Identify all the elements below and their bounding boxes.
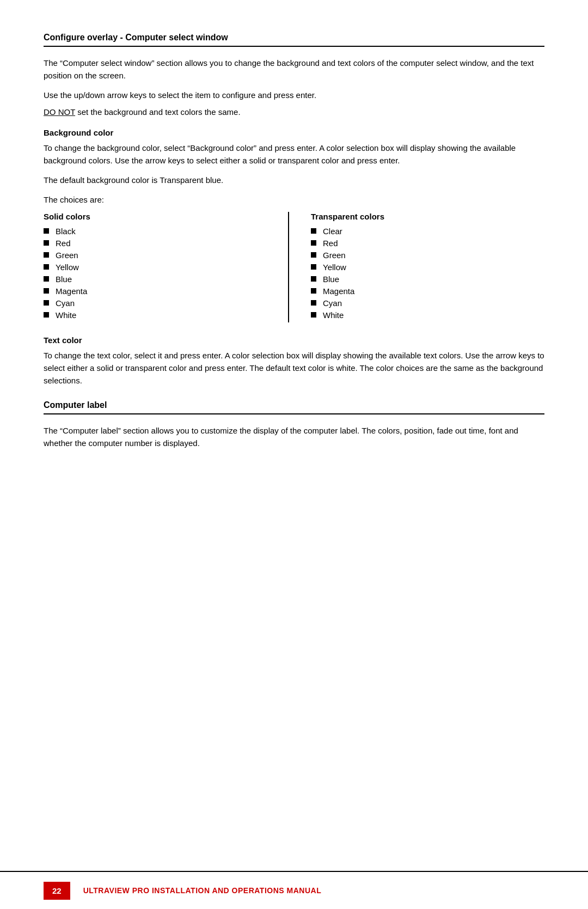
transparent-color-white: White (323, 310, 344, 320)
transparent-color-yellow: Yellow (323, 263, 346, 272)
text-color-paragraph: To change the text color, select it and … (44, 349, 544, 387)
transparent-color-magenta: Magenta (323, 286, 354, 296)
transparent-color-red: Red (323, 239, 338, 248)
background-color-paragraph1: To change the background color, select “… (44, 142, 544, 167)
bullet-icon (44, 228, 49, 234)
list-item: White (44, 310, 266, 320)
color-table: Solid colors Black Red Green Yellow Blue… (44, 212, 544, 322)
bullet-icon (44, 312, 49, 318)
list-item: Yellow (311, 263, 534, 272)
intro-paragraph: The “Computer select window” section all… (44, 57, 544, 82)
transparent-color-cyan: Cyan (323, 298, 342, 308)
bullet-icon (44, 300, 49, 306)
page-number: 22 (44, 882, 70, 900)
bullet-icon (311, 312, 316, 318)
list-item: Clear (311, 227, 534, 236)
configure-overlay-heading: Configure overlay - Computer select wind… (44, 33, 544, 47)
page-container: Configure overlay - Computer select wind… (0, 0, 588, 909)
list-item: Yellow (44, 263, 266, 272)
list-item: Green (44, 251, 266, 260)
solid-colors-list: Black Red Green Yellow Blue Magenta Cyan… (44, 227, 266, 320)
solid-color-white: White (56, 310, 76, 320)
bullet-icon (44, 276, 49, 282)
bullet-icon (311, 252, 316, 258)
list-item: White (311, 310, 534, 320)
bullet-icon (311, 228, 316, 234)
text-color-heading: Text color (44, 335, 544, 345)
list-item: Magenta (44, 286, 266, 296)
list-item: Blue (311, 274, 534, 284)
warning-text: DO NOT set the background and text color… (44, 106, 544, 118)
solid-color-cyan: Cyan (56, 298, 75, 308)
bullet-icon (311, 300, 316, 306)
bullet-icon (311, 288, 316, 294)
list-item: Red (44, 239, 266, 248)
transparent-colors-list: Clear Red Green Yellow Blue Magenta Cyan… (311, 227, 534, 320)
transparent-color-green: Green (323, 251, 346, 260)
list-item: Black (44, 227, 266, 236)
warning-prefix: DO NOT (44, 107, 75, 117)
solid-colors-heading: Solid colors (44, 212, 266, 221)
computer-label-heading: Computer label (44, 400, 544, 414)
background-color-paragraph2: The default background color is Transpar… (44, 174, 544, 186)
bullet-icon (44, 252, 49, 258)
list-item: Green (311, 251, 534, 260)
solid-color-black: Black (56, 227, 76, 236)
list-item: Magenta (311, 286, 534, 296)
instruction-text: Use the up/down arrow keys to select the… (44, 89, 544, 101)
choices-intro: The choices are: (44, 195, 544, 204)
bullet-icon (311, 240, 316, 246)
list-item: Cyan (311, 298, 534, 308)
background-color-heading: Background color (44, 128, 544, 137)
solid-color-red: Red (56, 239, 71, 248)
list-item: Cyan (44, 298, 266, 308)
footer: 22 ULTRAVIEW PRO INSTALLATION AND OPERAT… (0, 871, 588, 909)
footer-title: ULTRAVIEW PRO INSTALLATION AND OPERATION… (83, 886, 322, 895)
bullet-icon (44, 288, 49, 294)
bullet-icon (44, 240, 49, 246)
list-item: Red (311, 239, 534, 248)
bullet-icon (44, 264, 49, 270)
transparent-colors-heading: Transparent colors (311, 212, 534, 221)
bullet-icon (311, 276, 316, 282)
intro-text-1: The “Computer select window” section all… (44, 58, 534, 80)
transparent-color-blue: Blue (323, 274, 339, 284)
computer-label-paragraph: The “Computer label” section allows you … (44, 424, 544, 450)
list-item: Blue (44, 274, 266, 284)
solid-color-magenta: Magenta (56, 286, 87, 296)
solid-color-green: Green (56, 251, 78, 260)
solid-color-blue: Blue (56, 274, 72, 284)
transparent-colors-column: Transparent colors Clear Red Green Yello… (289, 212, 544, 322)
transparent-color-clear: Clear (323, 227, 342, 236)
bullet-icon (311, 264, 316, 270)
solid-color-yellow: Yellow (56, 263, 79, 272)
warning-suffix: set the background and text colors the s… (75, 107, 241, 117)
solid-colors-column: Solid colors Black Red Green Yellow Blue… (44, 212, 289, 322)
